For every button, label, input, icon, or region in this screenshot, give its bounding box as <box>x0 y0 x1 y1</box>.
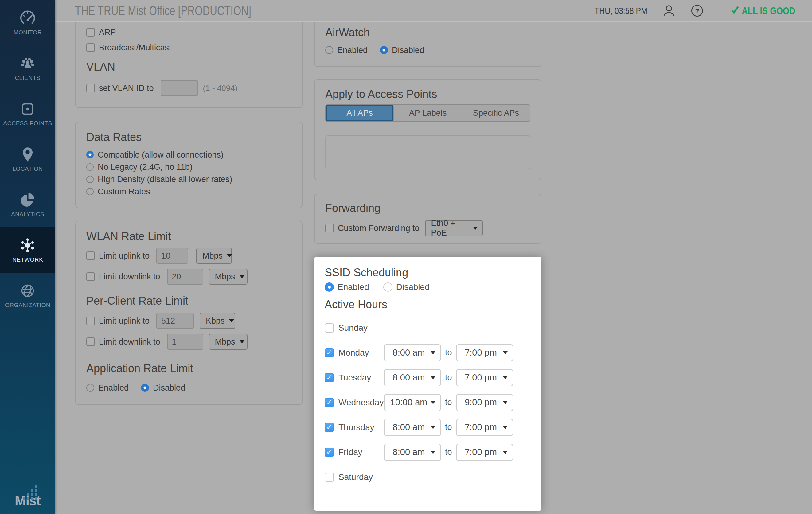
ap-scope-tabs: All APs AP Labels Specific APs <box>325 104 530 122</box>
arp-label: ARP <box>99 28 116 37</box>
ssid-disabled-radio[interactable] <box>383 282 393 292</box>
to-label: to <box>445 373 452 382</box>
sidebar-item-location[interactable]: LOCATION <box>0 136 55 182</box>
forwarding-target-select[interactable]: Eth0 + PoE <box>425 220 483 236</box>
tuesday-from-select[interactable]: 8:00 am <box>384 369 441 386</box>
help-icon[interactable]: ? <box>690 4 704 18</box>
sidebar-item-network[interactable]: NETWORK <box>0 227 55 273</box>
sidebar-item-monitor[interactable]: MONITOR <box>0 0 55 46</box>
client-downlink-unit-value: Mbps <box>215 337 235 347</box>
app-rate-enabled-radio[interactable] <box>86 384 94 392</box>
thursday-to-select[interactable]: 7:00 pm <box>456 419 513 436</box>
arp-row: ARP <box>86 26 291 38</box>
day-row-sunday: Sunday <box>325 315 531 340</box>
to-label: to <box>445 348 452 357</box>
monday-checkbox[interactable] <box>325 348 334 357</box>
data-rate-option-row: No Legacy (2.4G, no 11b) <box>86 161 291 173</box>
sidebar-item-label: LOCATION <box>12 165 43 172</box>
custom-forwarding-checkbox[interactable] <box>325 224 334 233</box>
friday-to-select[interactable]: 7:00 pm <box>456 444 513 461</box>
client-downlink-input[interactable] <box>167 334 203 350</box>
no-legacy-radio[interactable] <box>86 163 94 171</box>
wlan-downlink-checkbox[interactable] <box>86 272 95 281</box>
thursday-from-select[interactable]: 8:00 am <box>384 419 441 436</box>
broadcast-multicast-checkbox[interactable] <box>86 43 95 52</box>
svg-text:?: ? <box>695 7 699 15</box>
arp-checkbox[interactable] <box>86 28 95 36</box>
wlan-downlink-input[interactable] <box>167 269 203 284</box>
set-vlan-id-checkbox[interactable] <box>86 84 95 92</box>
sidebar-item-access-points[interactable]: ACCESS POINTS <box>0 91 55 136</box>
chevron-down-icon <box>431 401 435 404</box>
tuesday-to-select[interactable]: 7:00 pm <box>456 369 513 386</box>
client-downlink-checkbox[interactable] <box>86 337 95 346</box>
app-rate-disabled-radio[interactable] <box>141 384 149 392</box>
wednesday-to-select[interactable]: 9:00 pm <box>456 394 513 411</box>
mist-wlan-settings-page: { "header": { "title": "THE TRUE Mist Of… <box>0 0 812 514</box>
wlan-uplink-checkbox[interactable] <box>86 251 95 260</box>
thursday-label: Thursday <box>339 423 384 432</box>
mist-logo-squares <box>23 485 42 503</box>
tab-specific-aps[interactable]: Specific APs <box>462 105 530 121</box>
sunday-checkbox[interactable] <box>325 323 334 333</box>
sidebar-item-organization[interactable]: ORGANIZATION <box>0 273 55 318</box>
wlan-uplink-input[interactable] <box>156 248 188 264</box>
chevron-down-icon <box>431 426 435 429</box>
airwatch-disabled-radio[interactable] <box>380 46 388 54</box>
sidebar-item-analytics[interactable]: ANALYTICS <box>0 182 55 227</box>
vlan-range-hint: (1 - 4094) <box>203 84 238 93</box>
ssid-enabled-radio[interactable] <box>325 282 334 292</box>
chevron-down-icon <box>503 376 508 379</box>
monday-to-value: 7:00 pm <box>459 347 503 358</box>
vlan-id-row: set VLAN ID to (1 - 4094) <box>86 80 291 97</box>
wednesday-from-select[interactable]: 10:00 am <box>384 394 441 411</box>
saturday-label: Saturday <box>339 472 384 482</box>
chevron-down-icon <box>431 376 435 379</box>
client-uplink-row: Limit uplink to Kbps <box>86 312 291 329</box>
wednesday-checkbox[interactable] <box>325 398 334 407</box>
data-rate-option-row: Custom Rates <box>86 185 291 198</box>
ap-selection-box[interactable] <box>325 135 530 170</box>
sidebar-item-label: CLIENTS <box>15 74 40 81</box>
friday-from-select[interactable]: 8:00 am <box>384 444 441 461</box>
wlan-downlink-unit-select[interactable]: Mbps <box>209 269 248 284</box>
friday-checkbox[interactable] <box>325 448 334 457</box>
saturday-checkbox[interactable] <box>325 473 334 482</box>
sidebar-item-clients[interactable]: CLIENTS <box>0 46 55 91</box>
client-uplink-input[interactable] <box>156 313 194 329</box>
tab-all-aps[interactable]: All APs <box>326 105 394 121</box>
wlan-uplink-unit-select[interactable]: Mbps <box>196 248 232 264</box>
to-label: to <box>445 423 452 432</box>
user-icon[interactable] <box>662 4 676 18</box>
airwatch-enabled-radio[interactable] <box>325 46 333 54</box>
high-density-label: High Density (disable all lower rates) <box>98 175 232 184</box>
airwatch-disabled-label: Disabled <box>392 46 424 55</box>
custom-rates-radio[interactable] <box>86 188 94 195</box>
client-uplink-checkbox[interactable] <box>86 316 95 325</box>
health-status-badge[interactable]: ALL IS GOOD <box>731 5 795 17</box>
day-row-wednesday: Wednesday 10:00 am to 9:00 pm <box>325 390 531 415</box>
client-uplink-unit-select[interactable]: Kbps <box>200 313 235 329</box>
day-row-monday: Monday 8:00 am to 7:00 pm <box>325 340 531 365</box>
apply-to-access-points-heading: Apply to Access Points <box>325 88 530 101</box>
vlan-id-input[interactable] <box>161 80 198 96</box>
check-icon <box>731 5 739 17</box>
chevron-down-icon <box>503 401 508 404</box>
tab-label: All APs <box>346 109 373 118</box>
monday-to-select[interactable]: 7:00 pm <box>456 344 513 361</box>
high-density-radio[interactable] <box>86 176 94 183</box>
client-downlink-unit-select[interactable]: Mbps <box>209 334 248 350</box>
thursday-to-value: 7:00 pm <box>459 422 503 432</box>
chevron-down-icon <box>431 451 435 454</box>
compatible-radio[interactable] <box>86 151 94 158</box>
tuesday-checkbox[interactable] <box>325 373 334 382</box>
gauge-icon <box>19 10 36 26</box>
thursday-checkbox[interactable] <box>325 423 334 432</box>
map-pin-icon <box>19 146 36 163</box>
airwatch-options: Enabled Disabled <box>325 44 530 56</box>
tab-ap-labels[interactable]: AP Labels <box>394 105 462 121</box>
pie-chart-icon <box>19 191 36 208</box>
no-legacy-label: No Legacy (2.4G, no 11b) <box>98 162 193 172</box>
monday-from-select[interactable]: 8:00 am <box>384 344 441 361</box>
airwatch-enabled-label: Enabled <box>337 46 368 55</box>
